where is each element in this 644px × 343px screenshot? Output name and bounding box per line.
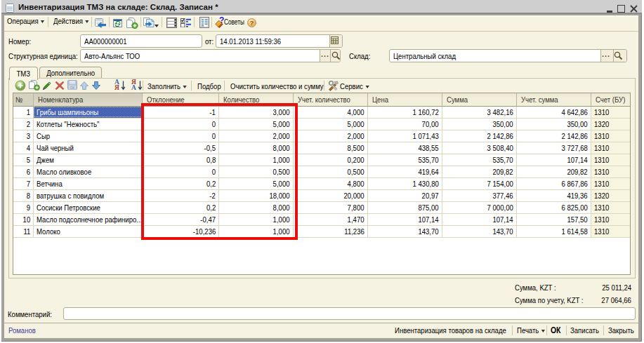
svg-text:?: ? xyxy=(250,19,254,27)
svg-text:ОК: ОК xyxy=(70,86,75,90)
